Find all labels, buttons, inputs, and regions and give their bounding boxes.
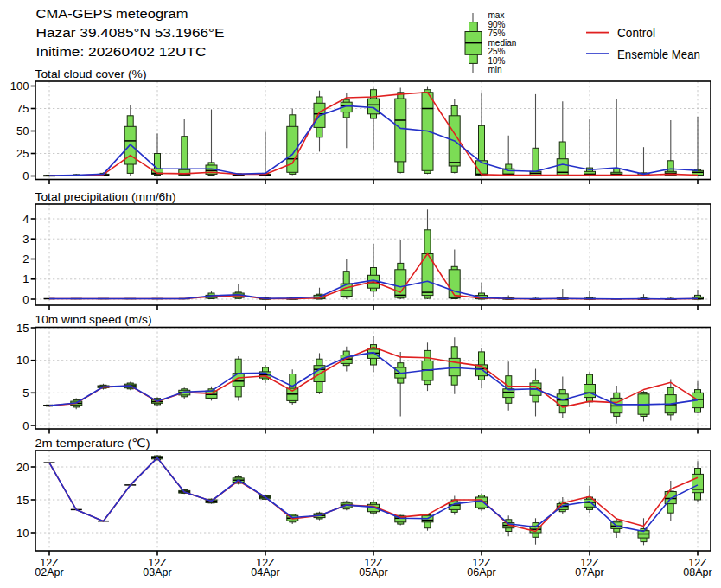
svg-text:15: 15	[16, 322, 29, 335]
svg-text:0: 0	[22, 293, 29, 306]
svg-text:10: 10	[16, 527, 29, 540]
svg-text:Hazar 39.4085°N 53.1966°E: Hazar 39.4085°N 53.1966°E	[36, 25, 225, 40]
svg-text:75: 75	[16, 102, 29, 115]
svg-text:Ensemble Mean: Ensemble Mean	[617, 47, 700, 61]
svg-text:median: median	[488, 38, 517, 48]
svg-text:0: 0	[22, 419, 29, 432]
svg-text:90%: 90%	[488, 20, 506, 29]
svg-text:07Apr: 07Apr	[575, 566, 603, 578]
svg-text:05Apr: 05Apr	[359, 566, 387, 578]
svg-text:06Apr: 06Apr	[467, 566, 495, 578]
svg-text:Control: Control	[617, 25, 655, 40]
svg-text:Total cloud cover (%): Total cloud cover (%)	[35, 67, 147, 80]
svg-text:04Apr: 04Apr	[251, 566, 279, 578]
svg-text:10m wind speed (m/s): 10m wind speed (m/s)	[35, 313, 152, 326]
svg-text:max: max	[488, 10, 505, 20]
svg-text:2: 2	[22, 252, 29, 265]
svg-text:02Apr: 02Apr	[35, 566, 63, 578]
svg-text:10%: 10%	[488, 56, 506, 66]
svg-text:75%: 75%	[488, 29, 506, 38]
svg-text:08Apr: 08Apr	[683, 566, 711, 578]
svg-text:25: 25	[16, 147, 29, 160]
svg-text:0: 0	[22, 169, 29, 182]
svg-text:15: 15	[16, 494, 29, 507]
svg-text:03Apr: 03Apr	[143, 566, 171, 578]
svg-text:25%: 25%	[488, 47, 506, 56]
svg-text:2m temperature (℃): 2m temperature (℃)	[35, 437, 150, 450]
svg-text:Initime: 20260402 12UTC: Initime: 20260402 12UTC	[36, 44, 207, 59]
svg-text:20: 20	[16, 461, 29, 474]
svg-text:min: min	[488, 65, 502, 74]
svg-text:10: 10	[16, 354, 29, 367]
svg-text:100: 100	[10, 80, 29, 93]
svg-text:CMA-GEPS meteogram: CMA-GEPS meteogram	[36, 6, 188, 21]
svg-text:3: 3	[22, 233, 29, 246]
svg-text:5: 5	[22, 387, 29, 399]
svg-text:4: 4	[22, 213, 29, 226]
svg-text:Total precipitation (mm/6h): Total precipitation (mm/6h)	[35, 190, 176, 203]
svg-text:1: 1	[22, 272, 29, 285]
svg-text:50: 50	[16, 125, 29, 137]
